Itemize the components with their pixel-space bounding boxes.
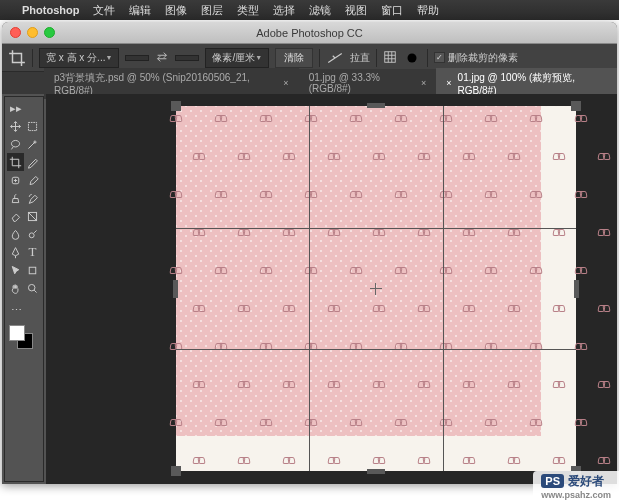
- watermark: PS爱好者 www.psahz.com: [533, 471, 619, 502]
- width-input[interactable]: [125, 55, 149, 61]
- menu-layer[interactable]: 图层: [201, 3, 223, 18]
- menu-filter[interactable]: 滤镜: [309, 3, 331, 18]
- svg-point-5: [29, 232, 34, 237]
- image-pattern: [176, 106, 541, 436]
- menu-select[interactable]: 选择: [273, 3, 295, 18]
- menu-type[interactable]: 类型: [237, 3, 259, 18]
- system-menubar: Photoshop 文件 编辑 图像 图层 类型 选择 滤镜 视图 窗口 帮助: [0, 0, 619, 20]
- close-icon[interactable]: ×: [446, 78, 451, 88]
- close-icon[interactable]: ×: [421, 78, 426, 88]
- window-title: Adobe Photoshop CC: [2, 27, 617, 39]
- height-input[interactable]: [175, 55, 199, 61]
- expand-icon[interactable]: ▸▸: [7, 99, 25, 117]
- watermark-badge: PS: [541, 474, 564, 488]
- type-tool[interactable]: T: [24, 243, 41, 261]
- crop-tool-icon[interactable]: [8, 49, 26, 67]
- app-menu[interactable]: Photoshop: [22, 4, 79, 16]
- eraser-tool[interactable]: [7, 207, 24, 225]
- window-titlebar: Adobe Photoshop CC: [2, 22, 617, 44]
- delete-cropped-checkbox[interactable]: ✓ 删除裁剪的像素: [434, 51, 518, 65]
- history-brush-tool[interactable]: [24, 189, 41, 207]
- svg-point-7: [28, 284, 35, 291]
- menu-view[interactable]: 视图: [345, 3, 367, 18]
- document-tab-strip: p3背景填充.psd @ 50% (Snip20160506_21, RGB/8…: [2, 72, 617, 94]
- magic-wand-tool[interactable]: [24, 135, 41, 153]
- aspect-ratio-dropdown[interactable]: 宽 x 高 x 分...▼: [39, 48, 119, 68]
- dodge-tool[interactable]: [24, 225, 41, 243]
- svg-rect-0: [385, 51, 396, 62]
- zoom-tool[interactable]: [24, 279, 41, 297]
- marquee-tool[interactable]: [24, 117, 41, 135]
- document-canvas[interactable]: [176, 106, 576, 471]
- pen-tool[interactable]: [7, 243, 24, 261]
- straighten-icon[interactable]: [326, 49, 344, 67]
- close-icon[interactable]: ×: [283, 78, 288, 88]
- menu-file[interactable]: 文件: [93, 3, 115, 18]
- edit-toolbar-icon[interactable]: ⋯: [7, 301, 25, 319]
- crop-tool[interactable]: [7, 153, 24, 171]
- resolution-unit-dropdown[interactable]: 像素/厘米▼: [205, 48, 269, 68]
- menu-window[interactable]: 窗口: [381, 3, 403, 18]
- menu-image[interactable]: 图像: [165, 3, 187, 18]
- crop-settings-icon[interactable]: [403, 49, 421, 67]
- checkmark-icon: ✓: [434, 52, 445, 63]
- shape-tool[interactable]: [24, 261, 41, 279]
- svg-rect-2: [28, 122, 36, 130]
- menu-help[interactable]: 帮助: [417, 3, 439, 18]
- swap-dimensions-icon[interactable]: [155, 50, 169, 66]
- foreground-color[interactable]: [9, 325, 25, 341]
- watermark-url: www.psahz.com: [541, 490, 611, 500]
- gradient-tool[interactable]: [24, 207, 41, 225]
- blur-tool[interactable]: [7, 225, 24, 243]
- app-window: Adobe Photoshop CC 宽 x 高 x 分...▼ 像素/厘米▼ …: [2, 22, 617, 484]
- clear-button[interactable]: 清除: [275, 48, 313, 68]
- straighten-label: 拉直: [350, 51, 370, 65]
- overlay-grid-icon[interactable]: [383, 50, 397, 66]
- eyedropper-tool[interactable]: [24, 153, 41, 171]
- path-selection-tool[interactable]: [7, 261, 24, 279]
- canvas-viewport[interactable]: [46, 94, 617, 484]
- brush-tool[interactable]: [24, 171, 41, 189]
- hand-tool[interactable]: [7, 279, 24, 297]
- tools-panel: ▸▸: [4, 96, 44, 482]
- color-swatches[interactable]: [7, 325, 41, 353]
- lasso-tool[interactable]: [7, 135, 24, 153]
- menu-edit[interactable]: 编辑: [129, 3, 151, 18]
- clone-stamp-tool[interactable]: [7, 189, 24, 207]
- move-tool[interactable]: [7, 117, 24, 135]
- healing-brush-tool[interactable]: [7, 171, 24, 189]
- document-tab[interactable]: 01.jpg @ 33.3%(RGB/8#)×: [299, 69, 437, 97]
- svg-rect-6: [29, 267, 36, 274]
- svg-point-1: [408, 53, 417, 62]
